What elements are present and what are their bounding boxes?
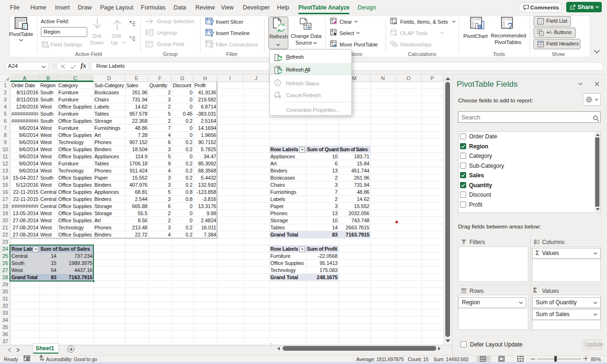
svg-text:7: 7 [148,43,150,47]
svg-text:fx: fx [394,20,397,25]
svg-text:fx: fx [394,32,397,36]
svg-text:?: ? [507,21,513,31]
